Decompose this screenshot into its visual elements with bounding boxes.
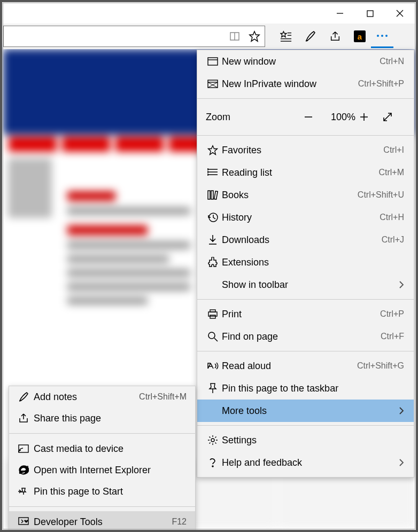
search-icon	[205, 331, 221, 342]
menu-show-in-toolbar[interactable]: Show in toolbar	[197, 273, 414, 296]
svg-marker-5	[281, 32, 287, 37]
menu-label: Downloads	[221, 234, 382, 246]
menu-shortcut: Ctrl+Shift+M	[139, 392, 187, 402]
submenu-pin-start[interactable]: Pin this page to Start	[9, 481, 195, 502]
menu-label: Reading list	[221, 167, 378, 178]
menu-label: New window	[221, 56, 380, 67]
download-icon	[205, 234, 221, 245]
books-icon	[205, 190, 221, 200]
zoom-value: 100%	[327, 112, 359, 123]
chevron-right-icon	[399, 459, 404, 466]
svg-rect-31	[210, 315, 215, 318]
menu-separator	[197, 135, 414, 136]
svg-point-12	[385, 35, 388, 37]
menu-label: More tools	[205, 405, 399, 417]
menu-label: Show in toolbar	[205, 279, 399, 291]
menu-find-on-page[interactable]: Find on page Ctrl+F	[197, 325, 414, 348]
minimize-button[interactable]	[325, 3, 355, 24]
menu-label: Settings	[221, 435, 404, 446]
menu-history[interactable]: History Ctrl+H	[197, 206, 414, 229]
menu-separator	[197, 98, 414, 99]
close-button[interactable]	[385, 3, 415, 24]
gear-icon	[205, 435, 221, 445]
reading-list-icon	[205, 168, 221, 177]
inprivate-icon	[205, 80, 221, 88]
settings-more-menu: New window Ctrl+N New InPrivate window C…	[197, 50, 414, 478]
menu-shortcut: Ctrl+H	[380, 213, 404, 222]
submenu-open-ie[interactable]: Open with Internet Explorer	[9, 459, 195, 481]
menu-label: Pin this page to Start	[32, 486, 187, 497]
menu-label: Open with Internet Explorer	[32, 465, 187, 476]
notes-pen-icon[interactable]	[305, 30, 316, 42]
share-icon	[16, 413, 32, 424]
favorite-star-icon[interactable]	[249, 30, 260, 42]
svg-rect-13	[208, 58, 218, 65]
svg-rect-24	[208, 191, 210, 199]
menu-label: Add notes	[32, 392, 139, 403]
maximize-button[interactable]	[355, 3, 385, 24]
pin-icon	[205, 383, 221, 394]
zoom-out-button[interactable]	[304, 112, 327, 122]
address-bar[interactable]	[3, 26, 265, 47]
svg-rect-15	[208, 80, 218, 88]
chevron-right-icon	[399, 407, 404, 414]
svg-rect-36	[19, 445, 28, 452]
zoom-in-button[interactable]	[359, 112, 383, 122]
svg-rect-26	[214, 191, 218, 199]
svg-point-11	[381, 35, 383, 37]
menu-help-feedback[interactable]: Help and feedback	[197, 451, 414, 474]
submenu-add-notes[interactable]: Add notes Ctrl+Shift+M	[9, 386, 195, 408]
amazon-extension-icon[interactable]: a	[354, 30, 366, 42]
menu-label: New InPrivate window	[221, 79, 358, 90]
menu-pin-taskbar[interactable]: Pin this page to the taskbar	[197, 377, 414, 400]
menu-zoom: Zoom 100%	[197, 102, 414, 132]
help-icon	[205, 457, 221, 468]
menu-shortcut: Ctrl+Shift+U	[358, 190, 404, 200]
devtools-icon	[16, 517, 32, 527]
menu-shortcut: Ctrl+Shift+P	[358, 79, 404, 89]
menu-extensions[interactable]: Extensions	[197, 251, 414, 273]
menu-books[interactable]: Books Ctrl+Shift+U	[197, 184, 414, 206]
svg-line-33	[214, 338, 218, 341]
menu-label: Books	[221, 190, 358, 201]
svg-marker-20	[208, 146, 218, 155]
menu-shortcut: Ctrl+J	[382, 235, 404, 245]
window-titlebar	[3, 3, 415, 24]
menu-label: Help and feedback	[221, 457, 399, 468]
menu-label: History	[221, 212, 380, 223]
chevron-right-icon	[399, 281, 404, 288]
menu-shortcut: F12	[172, 517, 187, 527]
menu-separator	[197, 351, 414, 351]
submenu-share-page[interactable]: Share this page	[9, 408, 195, 429]
menu-separator	[197, 425, 414, 426]
menu-more-tools[interactable]: More tools	[197, 400, 414, 422]
menu-label: Favorites	[221, 145, 383, 156]
submenu-cast-media[interactable]: Cast media to device	[9, 438, 195, 459]
svg-point-35	[212, 466, 213, 467]
share-icon[interactable]	[329, 30, 341, 42]
favorites-list-icon[interactable]	[280, 30, 292, 42]
svg-rect-25	[211, 191, 213, 199]
more-menu-button[interactable]	[371, 25, 393, 48]
ie-icon	[16, 465, 32, 475]
menu-label: Share this page	[32, 413, 187, 424]
menu-shortcut: Ctrl+M	[378, 168, 404, 177]
menu-new-inprivate[interactable]: New InPrivate window Ctrl+Shift+P	[197, 73, 414, 95]
menu-shortcut: Ctrl+N	[380, 57, 404, 66]
menu-settings[interactable]: Settings	[197, 429, 414, 451]
svg-point-10	[377, 35, 379, 37]
menu-read-aloud[interactable]: Read aloud Ctrl+Shift+G	[197, 355, 414, 377]
reading-view-icon[interactable]	[229, 31, 241, 42]
menu-print[interactable]: Print Ctrl+P	[197, 303, 414, 325]
menu-downloads[interactable]: Downloads Ctrl+J	[197, 229, 414, 251]
submenu-developer-tools[interactable]: Developer Tools F12	[9, 511, 195, 532]
print-icon	[205, 309, 221, 319]
menu-favorites[interactable]: Favorites Ctrl+I	[197, 139, 414, 161]
extensions-icon	[205, 257, 221, 268]
menu-reading-list[interactable]: Reading list Ctrl+M	[197, 161, 414, 184]
cast-icon	[16, 444, 32, 453]
menu-label: Pin this page to the taskbar	[221, 383, 404, 394]
menu-shortcut: Ctrl+P	[380, 309, 404, 319]
menu-new-window[interactable]: New window Ctrl+N	[197, 50, 414, 73]
fullscreen-button[interactable]	[383, 112, 406, 122]
